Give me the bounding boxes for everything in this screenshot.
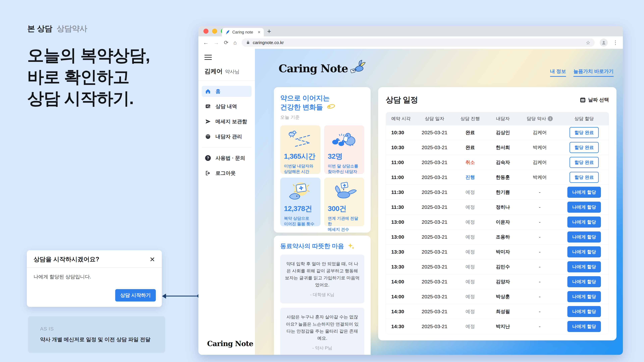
table-row: 14:302025-03-21예정박지난-나에게 할당 xyxy=(386,319,609,334)
sidebar-menu: 홈상담 내역메세지 보관함내담자 관리?사용법 · 문의로그아웃 xyxy=(198,86,255,179)
hero-headline-line: 오늘의 복약상담, xyxy=(27,44,192,66)
assign-to-me-button[interactable]: 나에게 할당 xyxy=(567,261,601,272)
stats-grid: 1,365시간이번달 내담자와 상담해온 시간32명이번 달 상담소를 찾아주신… xyxy=(280,125,364,226)
sidebar-item-messages[interactable]: 메세지 보관함 xyxy=(202,116,252,127)
info-icon[interactable]: i xyxy=(548,116,553,121)
start-consultation-button[interactable]: 상담 시작하기 xyxy=(115,289,156,302)
cell-pharmacist: - xyxy=(520,190,560,195)
cell-status: 예정 xyxy=(455,204,486,210)
consult-history-icon xyxy=(205,103,211,110)
bookmark-star-icon[interactable]: ☆ xyxy=(586,40,590,45)
sidebar-item-home[interactable]: 홈 xyxy=(202,86,252,97)
column-header-time: 예약 시각 xyxy=(386,116,414,122)
schedule-header: 상담 일정 날짜 선택 xyxy=(386,95,609,105)
app-logo-text: Caring Note xyxy=(278,62,348,75)
cell-date: 2025-03-21 xyxy=(414,160,455,165)
assignment-complete-button[interactable]: 할당 완료 xyxy=(570,127,599,138)
assignment-complete-button[interactable]: 할당 완료 xyxy=(570,157,599,168)
back-icon[interactable]: ← xyxy=(203,40,208,45)
reload-icon[interactable]: ⟳ xyxy=(224,40,228,45)
minimize-window-icon[interactable] xyxy=(212,29,217,34)
browser-tab[interactable]: Caring note × xyxy=(222,28,264,36)
send-icon xyxy=(205,118,211,125)
cell-client: 김민수 xyxy=(486,264,520,270)
cell-time: 13:30 xyxy=(386,264,414,270)
sidebar-item-help[interactable]: ?사용법 · 문의 xyxy=(202,152,252,164)
assign-to-me-button[interactable]: 나에게 할당 xyxy=(567,187,601,198)
sidebar-item-logout[interactable]: 로그아웃 xyxy=(202,168,252,179)
sidebar-item-history[interactable]: 상담 내역 xyxy=(202,101,252,112)
assign-to-me-button[interactable]: 나에게 할당 xyxy=(567,291,601,302)
neulpum-link[interactable]: 늘픔가치 바로가기 xyxy=(574,68,614,77)
close-icon[interactable]: ✕ xyxy=(150,256,155,263)
sidebar: 김케어 약사님 홈상담 내역메세지 보관함내담자 관리?사용법 · 문의로그아웃… xyxy=(198,49,255,355)
cell-time: 14:00 xyxy=(386,279,414,285)
sidebar-item-clients[interactable]: 내담자 관리 xyxy=(202,131,252,142)
cell-date: 2025-03-21 xyxy=(414,189,455,195)
bird-trail-illustration xyxy=(284,129,317,149)
cell-action: 나에게 할당 xyxy=(560,187,609,198)
testimonials-title: 동료약사의 따뜻한 마음 xyxy=(280,242,364,250)
assignment-complete-button[interactable]: 할당 완료 xyxy=(570,142,599,153)
header-links: 내 정보 늘픔가치 바로가기 xyxy=(550,68,614,77)
assign-to-me-button[interactable]: 나에게 할당 xyxy=(567,306,601,317)
cell-client: 김상인 xyxy=(486,129,520,136)
new-tab-button[interactable]: + xyxy=(267,28,271,35)
assign-to-me-button[interactable]: 나에게 할당 xyxy=(567,246,601,257)
cell-date: 2025-03-21 xyxy=(414,145,455,150)
lock-icon xyxy=(246,40,250,44)
stat-caption: 복약 상담으로 이어진 돌봄 횟수 xyxy=(284,216,317,227)
cell-time: 13:30 xyxy=(386,249,414,255)
browser-profile-avatar[interactable] xyxy=(600,38,608,46)
stats-subtitle: 오늘 기준 xyxy=(280,114,364,120)
assign-to-me-button[interactable]: 나에게 할당 xyxy=(567,321,601,332)
cell-status: 취소 xyxy=(455,159,486,166)
cell-time: 11:00 xyxy=(386,174,414,180)
sidebar-item-label: 사용법 · 문의 xyxy=(216,155,245,162)
as-is-label: AS IS xyxy=(40,326,153,332)
assign-to-me-button[interactable]: 나에게 할당 xyxy=(567,202,601,213)
cell-status: 완료 xyxy=(455,144,486,151)
cell-action: 나에게 할당 xyxy=(560,217,609,228)
schedule-title: 상담 일정 xyxy=(386,95,418,105)
clients-icon xyxy=(205,133,211,140)
cell-client: 김양자 xyxy=(486,279,520,285)
my-info-link[interactable]: 내 정보 xyxy=(550,68,566,77)
sidebar-item-label: 홈 xyxy=(216,88,220,95)
dialog-body: 나에게 할당된 상담입니다. xyxy=(27,268,162,280)
cell-client: 이윤자 xyxy=(486,219,520,225)
cell-time: 11:30 xyxy=(386,189,414,195)
hero-headline-line: 바로 확인하고 xyxy=(27,66,192,88)
cell-action: 나에게 할당 xyxy=(560,202,609,213)
calendar-icon xyxy=(580,97,586,103)
home-icon[interactable]: ⌂ xyxy=(234,40,237,45)
logout-icon xyxy=(205,170,211,176)
cell-pharmacist: - xyxy=(520,279,560,284)
column-header-date: 상담 일자 xyxy=(414,116,455,122)
tab-close-icon[interactable]: × xyxy=(258,30,260,34)
cell-pharmacist: - xyxy=(520,264,560,270)
cell-status: 예정 xyxy=(455,249,486,255)
hamburger-menu-icon[interactable] xyxy=(204,55,212,60)
stat-tile-1: 1,365시간이번달 내담자와 상담해온 시간 xyxy=(280,125,320,174)
column-header-assign: 상담 할당 xyxy=(560,116,609,122)
close-window-icon[interactable] xyxy=(204,29,208,34)
address-bar[interactable]: caringnote.co.kr ☆ xyxy=(242,38,595,47)
table-row: 13:002025-03-21예정이윤자-나에게 할당 xyxy=(386,215,609,229)
cell-client: 박상훈 xyxy=(486,294,520,300)
browser-menu-icon[interactable]: ⋮ xyxy=(613,39,618,46)
forward-icon[interactable]: → xyxy=(214,40,219,45)
arrow-line xyxy=(165,296,198,297)
assign-to-me-button[interactable]: 나에게 할당 xyxy=(567,217,601,228)
table-row: 14:002025-03-21예정김양자-나에게 할당 xyxy=(386,274,609,289)
date-select-button[interactable]: 날짜 선택 xyxy=(580,96,609,103)
cell-date: 2025-03-21 xyxy=(414,219,455,225)
cell-date: 2025-03-21 xyxy=(414,279,455,285)
assign-to-me-button[interactable]: 나에게 할당 xyxy=(567,276,601,287)
cell-status: 예정 xyxy=(455,234,486,240)
assign-to-me-button[interactable]: 나에게 할당 xyxy=(567,231,601,243)
hero-section: 본 상담 상담약사 오늘의 복약상담, 바로 확인하고 상담 시작하기. xyxy=(27,23,192,109)
assignment-complete-button[interactable]: 할당 완료 xyxy=(570,172,599,183)
date-select-label: 날짜 선택 xyxy=(588,96,609,103)
cell-time: 13:00 xyxy=(386,219,414,225)
